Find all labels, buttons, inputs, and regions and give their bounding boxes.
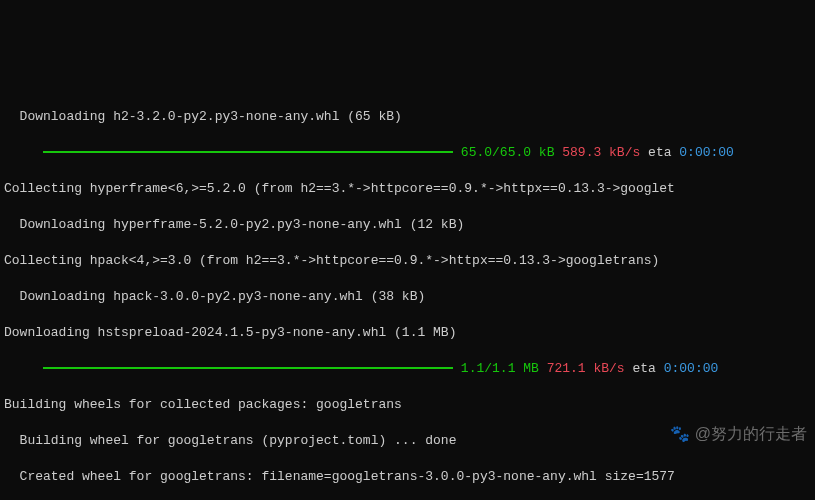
output-line: Building wheel for googletrans (pyprojec… [4, 432, 811, 450]
eta-label: eta [648, 145, 671, 160]
progress-bar [43, 151, 453, 153]
progress-done: 65.0/65.0 kB [461, 145, 555, 160]
progress-eta: 0:00:00 [679, 145, 734, 160]
indent [4, 361, 43, 376]
eta-label: eta [632, 361, 655, 376]
output-line: Collecting hpack<4,>=3.0 (from h2==3.*->… [4, 252, 811, 270]
output-line: Building wheels for collected packages: … [4, 396, 811, 414]
progress-speed: 589.3 kB/s [562, 145, 640, 160]
output-line: Downloading h2-3.2.0-py2.py3-none-any.wh… [4, 108, 811, 126]
output-line: Downloading hstspreload-2024.1.5-py3-non… [4, 324, 811, 342]
progress-eta: 0:00:00 [664, 361, 719, 376]
indent [4, 145, 43, 160]
output-line: Downloading hpack-3.0.0-py2.py3-none-any… [4, 288, 811, 306]
progress-speed: 721.1 kB/s [547, 361, 625, 376]
progress-bar [43, 367, 453, 369]
output-line: Created wheel for googletrans: filename=… [4, 468, 811, 486]
output-line: Collecting hyperframe<6,>=5.2.0 (from h2… [4, 180, 811, 198]
progress-done: 1.1/1.1 MB [461, 361, 539, 376]
progress-line: 65.0/65.0 kB 589.3 kB/s eta 0:00:00 [4, 144, 811, 162]
terminal-output: Downloading h2-3.2.0-py2.py3-none-any.wh… [0, 90, 815, 500]
progress-line: 1.1/1.1 MB 721.1 kB/s eta 0:00:00 [4, 360, 811, 378]
output-line: Downloading hyperframe-5.2.0-py2.py3-non… [4, 216, 811, 234]
